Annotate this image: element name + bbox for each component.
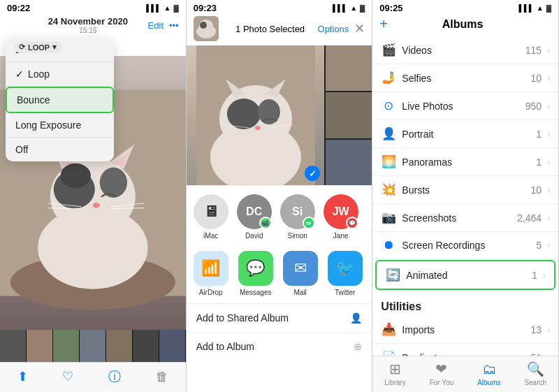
- thumb-5[interactable]: [106, 330, 133, 362]
- panoramas-count: 1: [536, 157, 542, 168]
- p2-status-bar: 09:23 ▌▌▌ ▲ ▓: [187, 0, 372, 15]
- album-panoramas[interactable]: 🌅 Panoramas 1 ›: [372, 148, 558, 176]
- svg-point-9: [61, 164, 91, 188]
- library-icon: ⊞: [389, 361, 401, 377]
- mail-icon: ✉: [283, 251, 318, 286]
- add-album-button[interactable]: +: [379, 16, 388, 32]
- facetime-badge: 📹: [259, 217, 272, 229]
- menu-item-loop[interactable]: ✓ Loop: [6, 62, 114, 87]
- album-duplicates[interactable]: 📄 Duplicates 51 ›: [372, 344, 558, 356]
- screen-recordings-count: 5: [536, 240, 542, 251]
- share-twitter[interactable]: 🐦 Twitter: [328, 251, 363, 296]
- battery-icon: ▓: [546, 4, 551, 12]
- share-icon[interactable]: ⬆: [17, 369, 28, 384]
- loop-label: LOOP: [28, 43, 50, 52]
- loop-icon: ⟳: [19, 43, 25, 52]
- bursts-count: 10: [530, 184, 542, 196]
- selfies-count: 10: [530, 73, 542, 84]
- svg-point-19: [200, 22, 207, 29]
- library-label: Library: [384, 379, 406, 386]
- chevron-icon: ›: [547, 213, 550, 223]
- info-icon[interactable]: ⓘ: [108, 368, 121, 385]
- thumb-3[interactable]: [53, 330, 80, 362]
- album-live-photos[interactable]: ⊙ Live Photos 950 ›: [372, 92, 558, 120]
- live-photos-count: 950: [525, 101, 542, 112]
- add-to-album-action[interactable]: Add to Album ⊕: [187, 332, 372, 361]
- for-you-icon: ❤: [435, 361, 447, 377]
- menu-item-long-exposure[interactable]: Long Exposure: [6, 113, 114, 138]
- p2-side-thumb-1: [326, 45, 372, 91]
- add-shared-icon: 👤: [350, 312, 362, 324]
- albums-list: 🎬 Videos 115 › 🤳 Selfies 10 › ⊙ Live Pho…: [372, 36, 558, 356]
- panoramas-name: Panoramas: [402, 157, 530, 168]
- wifi-icon: ▲: [350, 4, 357, 12]
- animated-name: Animated: [406, 270, 526, 281]
- contact-jane[interactable]: JW 💬 Jane: [324, 194, 358, 240]
- contact-name-david: David: [245, 232, 263, 240]
- twitter-icon: 🐦: [328, 251, 363, 286]
- chevron-icon: ›: [547, 157, 550, 167]
- off-label: Off: [15, 144, 28, 155]
- animated-icon: 🔄: [385, 268, 400, 282]
- album-imports[interactable]: 📥 Imports 13 ›: [372, 316, 558, 344]
- tab-for-you[interactable]: ❤ For You: [430, 361, 453, 386]
- add-shared-album-action[interactable]: Add to Shared Album 👤: [187, 303, 372, 332]
- share-messages[interactable]: 💬 Messages: [238, 251, 273, 296]
- utilities-header: Utilities: [372, 291, 558, 316]
- checkmark-icon: ✓: [15, 68, 24, 80]
- tab-library[interactable]: ⊞ Library: [384, 361, 406, 386]
- screen-recordings-icon: ⏺: [381, 238, 396, 252]
- more-button[interactable]: •••: [169, 20, 179, 31]
- albums-icon: 🗂: [482, 361, 496, 377]
- battery-icon: ▓: [360, 4, 365, 12]
- album-animated[interactable]: 🔄 Animated 1 ›: [375, 260, 556, 290]
- album-screenshots[interactable]: 📷 Screenshots 2,464 ›: [372, 204, 558, 232]
- tab-search[interactable]: 🔍 Search: [524, 361, 546, 386]
- mail-label: Mail: [294, 289, 307, 296]
- twitter-label: Twitter: [335, 289, 355, 296]
- thumb-7[interactable]: [159, 330, 186, 362]
- album-bursts[interactable]: 💥 Bursts 10 ›: [372, 176, 558, 204]
- album-videos[interactable]: 🎬 Videos 115 ›: [372, 36, 558, 64]
- heart-icon[interactable]: ♡: [62, 369, 73, 384]
- long-exposure-label: Long Exposure: [15, 119, 81, 131]
- contact-avatar-david: DC 📹: [237, 194, 272, 229]
- chevron-icon: ›: [547, 101, 550, 111]
- trash-icon[interactable]: 🗑: [156, 370, 168, 384]
- svg-point-10: [100, 168, 127, 198]
- thumb-1[interactable]: [0, 330, 27, 362]
- contact-david[interactable]: DC 📹 David: [237, 194, 272, 240]
- tab-albums[interactable]: 🗂 Albums: [477, 361, 500, 386]
- p2-options-button[interactable]: Options: [318, 24, 349, 34]
- p2-close-button[interactable]: ✕: [354, 21, 365, 36]
- chevron-down-icon: ▾: [52, 43, 57, 52]
- album-portrait[interactable]: 👤 Portrait 1 ›: [372, 120, 558, 148]
- menu-item-bounce[interactable]: Bounce: [6, 87, 114, 113]
- contact-imac[interactable]: 🖥 iMac: [194, 194, 228, 240]
- album-screen-recordings[interactable]: ⏺ Screen Recordings 5 ›: [372, 232, 558, 259]
- album-selfies[interactable]: 🤳 Selfies 10 ›: [372, 64, 558, 92]
- edit-button[interactable]: Edit: [148, 20, 164, 31]
- share-airdrop[interactable]: 📶 AirDrop: [194, 251, 228, 296]
- loop-dropdown-trigger[interactable]: ⟳ LOOP ▾: [14, 41, 61, 53]
- p1-thumbnail-strip: [0, 330, 186, 362]
- messages-label: Messages: [240, 289, 272, 296]
- share-mail[interactable]: ✉ Mail: [283, 251, 318, 296]
- thumb-2[interactable]: [27, 330, 53, 362]
- for-you-label: For You: [430, 379, 453, 386]
- share-contacts: 🖥 iMac DC 📹 David Si W Simon JW 💬 Jane: [187, 185, 372, 245]
- add-album-icon: ⊕: [354, 341, 362, 352]
- p2-side-thumb-3: [326, 140, 372, 185]
- thumb-6[interactable]: [133, 330, 159, 362]
- screenshots-name: Screenshots: [402, 212, 511, 224]
- p3-status-icons: ▌▌▌ ▲ ▓: [519, 4, 551, 12]
- share-apps: 📶 AirDrop 💬 Messages ✉ Mail 🐦 Twitter ••…: [187, 245, 372, 303]
- thumb-4[interactable]: [80, 330, 106, 362]
- p3-bottom-bar: ⊞ Library ❤ For You 🗂 Albums 🔍 Search: [372, 356, 558, 392]
- menu-item-off[interactable]: Off: [6, 138, 114, 161]
- animated-count: 1: [532, 270, 537, 281]
- p2-thumb-svg: [194, 16, 219, 41]
- signal-icon: ▌▌▌: [519, 4, 534, 12]
- contact-simon[interactable]: Si W Simon: [280, 194, 315, 240]
- battery-icon: ▓: [173, 4, 178, 12]
